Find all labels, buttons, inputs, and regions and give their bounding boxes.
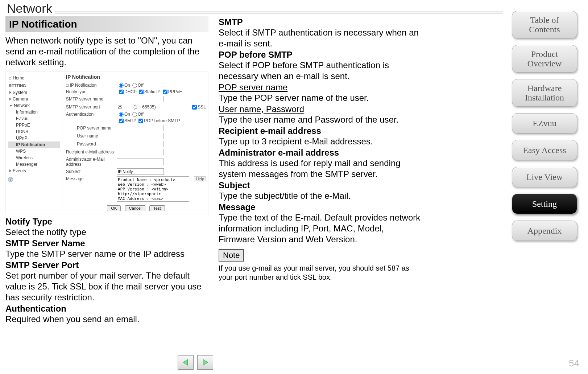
cb-smtp-label: SMTP [124, 118, 136, 123]
form-heading: IP Notification [66, 74, 206, 80]
cancel-button[interactable]: Cancel [125, 205, 145, 211]
input-smtp-port[interactable] [117, 104, 131, 110]
radio-on[interactable] [119, 83, 124, 88]
cb-popb4[interactable] [138, 119, 143, 123]
desc-userpw: Type the user name and Password of the u… [219, 114, 422, 125]
radio-off[interactable] [132, 83, 137, 88]
nav-label: Events [13, 168, 26, 173]
port-range-label: (1 ~ 65535) [133, 104, 156, 110]
nav-sub-wps[interactable]: WPS [8, 148, 60, 155]
sidebar-ezvuu[interactable]: EZvuu [512, 113, 577, 133]
label-admin: Administrator e-Mail address [66, 157, 117, 167]
desc-auth: Required when you send an email. [5, 314, 208, 325]
chevron-right-icon [9, 169, 11, 172]
term-smtp: SMTP [219, 17, 422, 27]
nav-system[interactable]: System [8, 89, 60, 96]
nav-label: System [13, 90, 27, 95]
desc-smtp: Select if SMTP authentication is necessa… [219, 27, 422, 49]
sidebar-live-view[interactable]: Live View [512, 167, 577, 187]
input-admin[interactable] [117, 159, 164, 165]
desc-smtp-name: Type the SMTP server name or the IP addr… [5, 248, 208, 259]
desc-notify-type: Select the notify type [5, 227, 208, 238]
cb-staticip-label: Static IP [144, 89, 161, 94]
next-page-button[interactable] [197, 355, 213, 370]
cb-smtp[interactable] [119, 119, 124, 123]
sidebar-product-overview[interactable]: Product Overview [512, 45, 577, 73]
desc-message: Type the text of the E-mail. Default pro… [219, 212, 422, 245]
desc-popb4: Select if POP before SMTP authentication… [219, 60, 422, 82]
nav-home[interactable]: ⌂Home [8, 74, 60, 82]
input-pop-server[interactable] [117, 125, 164, 131]
nav-sub-upnp[interactable]: UPnP [8, 135, 60, 141]
cb-pppoe[interactable] [163, 90, 167, 94]
label-auth: Authentication [66, 112, 117, 117]
sidebar-easy-access[interactable]: Easy Access [512, 140, 577, 160]
term-popserver: POP server name [219, 82, 422, 93]
help-icon[interactable]: ? [8, 177, 13, 182]
nav-pane: ⌂Home SETTING System Camera Network Info… [8, 74, 62, 212]
sidebar-appendix[interactable]: Appendix [512, 221, 577, 241]
arrow-left-icon [182, 358, 190, 366]
desc-subject: Type the subject/title of the e-Mail. [219, 190, 422, 201]
term-notify-type: Notify Type [5, 217, 208, 227]
radio-off-label: Off [138, 83, 144, 88]
intro-text: When network notify type is set to "ON",… [5, 35, 208, 68]
cb-dhcp[interactable] [119, 90, 124, 94]
cb-pppoe-label: PPPoE [168, 89, 182, 94]
term-recip: Recipient e-mail address [219, 126, 422, 136]
input-subject[interactable] [117, 168, 164, 175]
help-link[interactable]: Help [194, 176, 206, 181]
label-subject: Subject [66, 169, 117, 174]
label-pass: Password [66, 141, 117, 147]
term-smtp-port: SMTP Server Port [5, 260, 208, 270]
nav-network[interactable]: Network [8, 102, 60, 109]
label-user: User name [66, 133, 117, 139]
label-pop-server: POP server name [66, 126, 117, 131]
cb-dhcp-label: DHCP [124, 89, 137, 94]
chevron-right-icon [9, 98, 11, 100]
cb-ssl-label: SSL [198, 104, 206, 110]
sidebar: Table of Contents Product Overview Hardw… [508, 0, 588, 374]
nav-sub-information[interactable]: Information [8, 109, 60, 115]
chevron-down-icon [9, 105, 12, 107]
radio-on-label: On [124, 83, 130, 88]
label-recip: Recipient e-Mail address [66, 149, 117, 155]
nav-sub-pppoe[interactable]: PPPoE [8, 122, 60, 128]
label-message: Message [66, 176, 117, 181]
textarea-message[interactable]: Product Name : <product> Web Version : <… [117, 176, 189, 202]
nav-label: Camera [13, 96, 28, 102]
term-subject: Subject [219, 180, 422, 190]
radio-auth-on[interactable] [119, 112, 124, 117]
nav-camera[interactable]: Camera [8, 96, 60, 102]
radio-auth-off[interactable] [132, 112, 137, 117]
input-recip[interactable] [117, 149, 164, 155]
label-notify-type: Notify type [66, 89, 117, 94]
test-button[interactable]: Test [149, 205, 165, 211]
nav-sub-ipnotification[interactable]: IP Notification [8, 141, 60, 148]
nav-sub-wireless[interactable]: Wireless [8, 155, 60, 161]
sidebar-hardware-installation[interactable]: Hardware Installation [512, 79, 577, 107]
term-smtp-name: SMTP Server Name [5, 238, 208, 248]
cb-staticip[interactable] [139, 90, 144, 94]
input-smtp-name[interactable] [117, 96, 164, 102]
input-pass[interactable] [117, 141, 164, 147]
prev-page-button[interactable] [178, 355, 194, 370]
sidebar-toc[interactable]: Table of Contents [512, 11, 577, 38]
nav-sub-messenger[interactable]: Messenger [8, 161, 60, 168]
label-smtp-name: SMTP server name [66, 96, 117, 102]
arrow-right-icon [201, 358, 209, 366]
cb-ssl[interactable] [192, 105, 197, 110]
input-user[interactable] [117, 133, 164, 139]
settings-panel: ⌂Home SETTING System Camera Network Info… [5, 71, 208, 214]
ok-button[interactable]: OK [107, 205, 121, 211]
form-pane: IP Notification □ IP Notification On Off… [62, 74, 206, 212]
nav-sub-ezvuu[interactable]: EZvuu [8, 115, 60, 122]
desc-admin: This address is used for reply mail and … [219, 158, 422, 180]
nav-events[interactable]: Events [8, 168, 60, 174]
desc-recip: Type up to 3 recipient e-Mail addresses. [219, 136, 422, 147]
term-admin: Administrator e-mail address [219, 148, 422, 158]
sidebar-setting[interactable]: Setting [512, 194, 577, 214]
nav-sub-ddns[interactable]: DDNS [8, 128, 60, 135]
home-icon: ⌂ [9, 75, 11, 81]
nav-section-label: SETTING [8, 82, 60, 89]
